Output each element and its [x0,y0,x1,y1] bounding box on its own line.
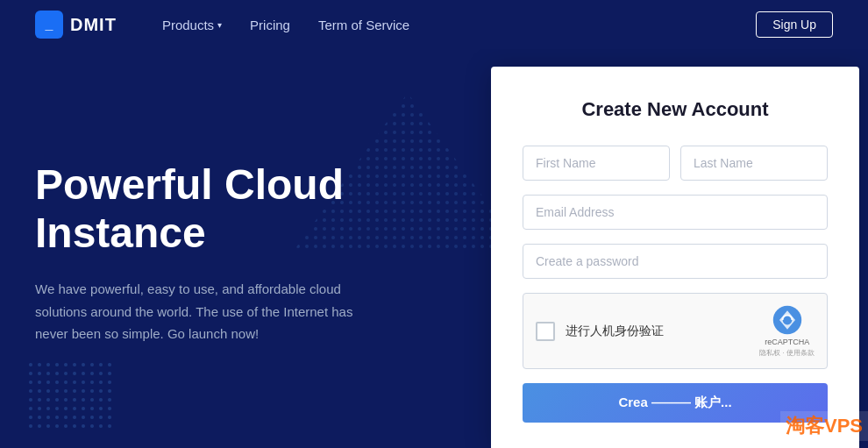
recaptcha-left: 进行人机身份验证 [536,322,664,341]
password-group [523,244,828,279]
hero-title: Powerful Cloud Instance [35,160,456,257]
recaptcha-widget[interactable]: 进行人机身份验证 reCAPTCHA 隐私权 · 使用条款 [523,293,828,369]
password-input[interactable] [523,244,828,279]
hero-subtitle: We have powerful, easy to use, and affor… [35,278,368,345]
email-group [523,195,828,230]
navbar: _ DMIT Products ▾ Pricing Term of Servic… [0,0,868,49]
recaptcha-checkbox[interactable] [536,322,555,341]
nav-tos[interactable]: Term of Service [308,11,420,39]
nav-products[interactable]: Products ▾ [152,11,232,39]
recaptcha-logo-icon [772,304,803,336]
email-input[interactable] [523,195,828,230]
signup-button[interactable]: Sign Up [756,11,833,38]
recaptcha-terms-text: 隐私权 · 使用条款 [759,348,815,358]
create-account-button[interactable]: Crea ——— 账户... [523,383,828,423]
logo[interactable]: _ DMIT [35,11,117,39]
first-name-input[interactable] [523,146,670,181]
logo-icon: _ [35,11,63,39]
hero-section: Powerful Cloud Instance We have powerful… [0,49,868,448]
recaptcha-label: 进行人机身份验证 [566,324,664,339]
nav-links: Products ▾ Pricing Term of Service [152,11,756,39]
signup-form-panel: Create New Account 进行人机身份验证 [491,67,859,448]
logo-text: DMIT [70,15,117,35]
recaptcha-badge-text: reCAPTCHA [765,338,809,346]
products-chevron-icon: ▾ [217,20,222,30]
nav-pricing[interactable]: Pricing [239,11,301,39]
hero-content: Powerful Cloud Instance We have powerful… [0,49,491,448]
name-row [523,146,828,181]
logo-symbol: _ [46,17,53,32]
recaptcha-branding: reCAPTCHA 隐私权 · 使用条款 [759,304,815,358]
last-name-input[interactable] [680,146,828,181]
form-title: Create New Account [523,98,828,121]
